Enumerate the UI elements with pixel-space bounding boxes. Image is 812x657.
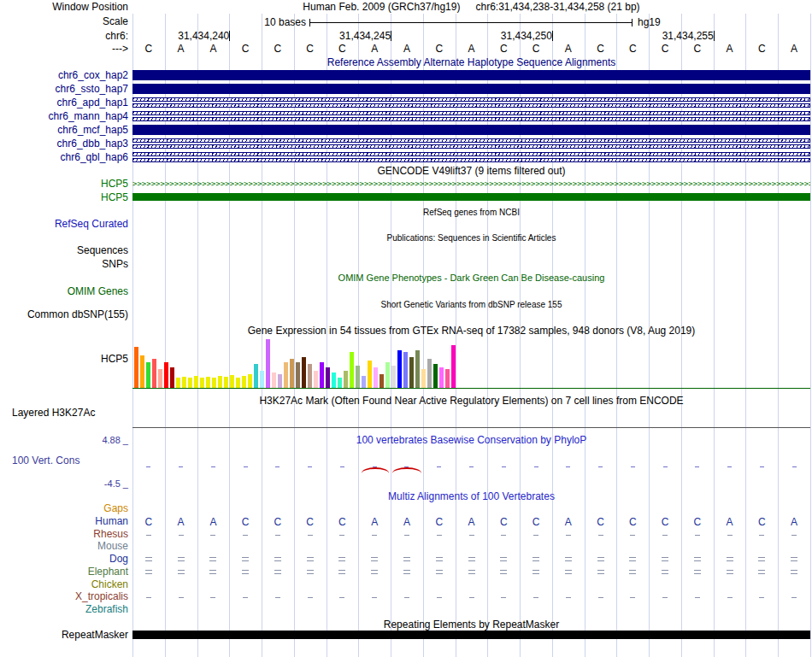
gtex-bar[interactable]: [362, 376, 366, 388]
gtex-bar[interactable]: [164, 362, 168, 388]
gtex-bar[interactable]: [212, 378, 216, 388]
haplotype-label[interactable]: chr6_apd_hap1: [0, 97, 128, 108]
haplotype-bar-chevron[interactable]: [132, 97, 810, 102]
gtex-bar[interactable]: [356, 366, 360, 388]
haplotype-bar[interactable]: [132, 84, 810, 94]
gtex-track-title[interactable]: Gene Expression in 54 tissues from GTEx …: [132, 326, 810, 337]
phylop-track-title[interactable]: 100 vertebrates Basewise Conservation by…: [132, 435, 810, 446]
gtex-bar[interactable]: [350, 352, 354, 388]
gene-bar[interactable]: [132, 193, 810, 201]
gtex-bar[interactable]: [397, 350, 402, 388]
gtex-bar[interactable]: [427, 359, 432, 388]
gtex-bar[interactable]: [152, 359, 156, 388]
haplotype-bar-chevron[interactable]: [132, 111, 810, 115]
multiz-species-label[interactable]: Human: [0, 516, 128, 527]
gtex-bar[interactable]: [284, 362, 288, 388]
haplotype-bar[interactable]: [132, 70, 810, 80]
gtex-gene-label[interactable]: HCP5: [0, 354, 128, 365]
gtex-bar[interactable]: [170, 367, 174, 388]
omim-track-title[interactable]: OMIM Gene Phenotypes - Dark Green Can Be…: [132, 273, 810, 284]
gtex-bar[interactable]: [188, 378, 192, 388]
gtex-bar[interactable]: [314, 371, 318, 388]
haplotype-label[interactable]: chr6_dbb_hap3: [0, 138, 128, 149]
multiz-species-label[interactable]: X_tropicalis: [0, 591, 128, 602]
gtex-bar[interactable]: [332, 372, 336, 388]
haplotype-label[interactable]: chr6_mcf_hap5: [0, 125, 128, 135]
multiz-species-label[interactable]: Elephant: [0, 566, 128, 578]
gtex-bar[interactable]: [206, 377, 210, 388]
multiz-species-label[interactable]: Dog: [0, 554, 128, 565]
gtex-bar[interactable]: [421, 369, 426, 388]
gencode-gene-label[interactable]: HCP5: [0, 179, 128, 190]
haplotype-bar-chevron[interactable]: [132, 103, 810, 108]
multiz-track-title[interactable]: Multiz Alignments of 100 Vertebrates: [132, 491, 810, 502]
gencode-track-title[interactable]: GENCODE V49lift37 (9 items filtered out): [132, 166, 810, 177]
omim-genes-label[interactable]: OMIM Genes: [0, 286, 128, 297]
gtex-bar[interactable]: [146, 362, 150, 388]
gtex-bar[interactable]: [200, 378, 204, 388]
haplotype-bar-chevron[interactable]: [132, 152, 810, 156]
gtex-bar[interactable]: [194, 376, 198, 388]
refseq-track-title[interactable]: RefSeq genes from NCBI: [132, 207, 810, 218]
haplotype-bar[interactable]: [132, 125, 810, 135]
gtex-bar[interactable]: [260, 371, 264, 388]
gtex-bar[interactable]: [266, 339, 270, 388]
repeatmasker-bar[interactable]: [132, 631, 810, 639]
gtex-bar[interactable]: [290, 359, 294, 388]
gtex-bar[interactable]: [338, 378, 342, 388]
gtex-bar[interactable]: [140, 355, 144, 388]
repeatmasker-track-title[interactable]: Repeating Elements by RepeatMasker: [132, 619, 810, 631]
gtex-bar[interactable]: [368, 361, 372, 388]
haplotype-label[interactable]: chr6_mann_hap4: [0, 111, 128, 121]
publications-snps-label[interactable]: SNPs: [0, 259, 128, 270]
gtex-bar[interactable]: [308, 364, 312, 388]
gtex-bar[interactable]: [248, 374, 252, 388]
gtex-bar[interactable]: [415, 350, 420, 388]
haplotype-label[interactable]: chr6_cox_hap2: [0, 70, 128, 80]
gtex-bar[interactable]: [344, 371, 348, 388]
gtex-bar[interactable]: [445, 369, 450, 388]
multiz-species-label[interactable]: Mouse: [0, 541, 128, 552]
publications-sequences-label[interactable]: Sequences: [0, 245, 128, 256]
haplotype-label[interactable]: chr6_qbl_hap6: [0, 152, 128, 162]
haplotype-bar-chevron[interactable]: [132, 158, 810, 162]
multiz-species-label[interactable]: Rhesus: [0, 529, 128, 540]
haplotype-bar-chevron[interactable]: [132, 144, 810, 149]
gtex-bar[interactable]: [158, 369, 162, 388]
gtex-bar[interactable]: [278, 374, 282, 388]
h3k27ac-label[interactable]: Layered H3K27Ac: [12, 408, 149, 419]
gtex-bar[interactable]: [302, 357, 306, 388]
gtex-bar[interactable]: [380, 374, 384, 388]
gtex-bar[interactable]: [320, 362, 324, 388]
multiz-species-label[interactable]: Chicken: [0, 579, 128, 590]
haplotype-bar-chevron[interactable]: [132, 138, 810, 143]
gtex-bar[interactable]: [451, 345, 456, 388]
gtex-bar[interactable]: [176, 378, 180, 388]
gtex-bar[interactable]: [242, 376, 246, 388]
gtex-bar[interactable]: [374, 367, 378, 388]
haplotype-label[interactable]: chr6_ssto_hap7: [0, 84, 128, 94]
gtex-bar[interactable]: [254, 364, 258, 388]
gtex-bar[interactable]: [296, 362, 300, 388]
gtex-bar[interactable]: [230, 375, 234, 388]
refseq-curated-label[interactable]: RefSeq Curated: [0, 219, 128, 230]
gtex-bar[interactable]: [385, 362, 390, 388]
gtex-bar[interactable]: [224, 377, 228, 388]
gtex-bar[interactable]: [218, 376, 222, 388]
haplotype-bar-chevron[interactable]: [132, 117, 810, 121]
gtex-bar[interactable]: [409, 357, 414, 388]
gtex-bar[interactable]: [326, 367, 330, 388]
publications-track-title[interactable]: Publications: Sequences in Scientific Ar…: [132, 232, 810, 243]
gtex-bar[interactable]: [439, 367, 444, 388]
gtex-bar[interactable]: [391, 366, 396, 388]
phylop-label[interactable]: 100 Vert. Cons: [12, 455, 149, 466]
gene-direction-arrows[interactable]: >>>>>>>>>>>>>>>>>>>>>>>>>>>>>>>>>>>>>>>>…: [132, 179, 810, 188]
gtex-bar[interactable]: [403, 352, 408, 388]
multiz-species-label[interactable]: Zebrafish: [0, 604, 128, 615]
gtex-bar[interactable]: [272, 372, 276, 388]
gtex-bar[interactable]: [134, 347, 138, 388]
h3k27ac-track-title[interactable]: H3K27Ac Mark (Often Found Near Active Re…: [132, 396, 810, 407]
dbsnp-track-title[interactable]: Short Genetic Variants from dbSNP releas…: [132, 299, 810, 310]
gtex-bar[interactable]: [182, 377, 186, 388]
gencode-gene-label-2[interactable]: HCP5: [0, 192, 128, 203]
